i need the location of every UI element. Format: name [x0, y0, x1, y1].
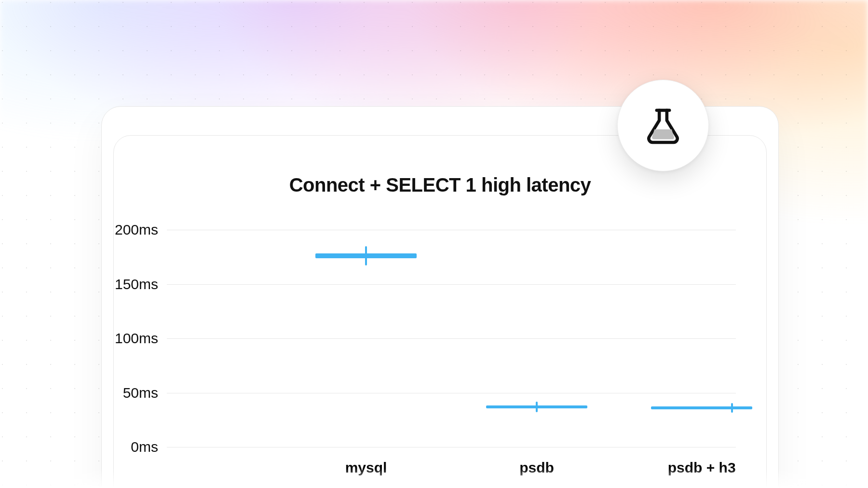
chart-series-tick — [536, 402, 538, 412]
chart-gridline — [167, 393, 736, 393]
chart-series-mark — [315, 246, 417, 265]
chart-x-tick-label: psdb + h3 — [668, 460, 736, 476]
chart-gridline — [167, 447, 736, 447]
chart-y-tick-label: 50ms — [123, 385, 158, 401]
chart-card: Connect + SELECT 1 high latency 0ms50ms1… — [113, 135, 767, 488]
chart-series-tick — [365, 246, 367, 265]
flask-icon — [643, 105, 683, 146]
chart-gridline — [167, 338, 736, 339]
chart-title: Connect + SELECT 1 high latency — [114, 174, 766, 196]
chart-series-mark — [651, 403, 752, 413]
chart-y-tick-label: 200ms — [115, 222, 158, 238]
chart-series-bar — [315, 253, 417, 258]
chart-x-tick-label: mysql — [345, 460, 387, 476]
chart-series-bar — [486, 405, 587, 408]
chart-plot-area: 0ms50ms100ms150ms200msmysqlpsdbpsdb + h3 — [167, 230, 736, 447]
chart-gridline — [167, 284, 736, 285]
chart-x-tick-label: psdb — [519, 460, 554, 476]
chart-series-mark — [486, 402, 587, 412]
flask-badge — [617, 80, 709, 171]
chart-y-tick-label: 0ms — [131, 439, 158, 455]
chart-y-tick-label: 150ms — [115, 276, 158, 293]
chart-y-tick-label: 100ms — [115, 330, 158, 347]
chart-series-bar — [651, 406, 752, 409]
chart-gridline — [167, 230, 736, 230]
chart-series-tick — [731, 403, 733, 413]
